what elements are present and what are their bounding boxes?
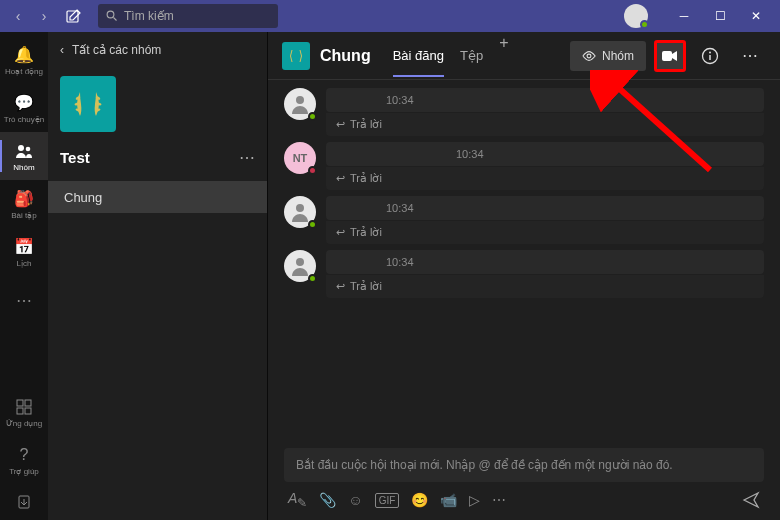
svg-point-20 (709, 51, 711, 53)
video-icon (661, 47, 679, 65)
reply-button[interactable]: ↩Trả lời (326, 221, 764, 244)
team-avatar[interactable] (60, 76, 116, 132)
team-name: Test (60, 149, 90, 166)
post-time: 10:34 (386, 94, 414, 106)
post-bubble: 10:34 (326, 196, 764, 220)
reply-icon: ↩ (336, 118, 345, 131)
svg-rect-18 (662, 51, 672, 61)
svg-rect-6 (25, 400, 31, 406)
download-icon (14, 492, 34, 512)
channel-info-button[interactable] (694, 40, 726, 72)
calendar-icon: 📅 (14, 237, 34, 257)
reply-button[interactable]: ↩Trả lời (326, 167, 764, 190)
nav-forward-button[interactable]: › (32, 4, 56, 28)
search-input[interactable]: Tìm kiếm (98, 4, 278, 28)
channel-avatar (282, 42, 310, 70)
svg-point-4 (26, 146, 31, 151)
team-more-button[interactable]: ⋯ (239, 148, 255, 167)
post-item: 10:34↩Trả lời (284, 88, 764, 136)
post-time: 10:34 (386, 202, 414, 214)
info-icon (701, 47, 719, 65)
svg-rect-5 (17, 400, 23, 406)
teams-sidebar: ‹ Tất cả các nhóm Test ⋯ (48, 32, 268, 520)
channel-more-button[interactable]: ⋯ (734, 40, 766, 72)
post-bubble: 10:34 (326, 142, 764, 166)
post-bubble: 10:34 (326, 250, 764, 274)
minimize-button[interactable]: ─ (666, 0, 702, 32)
attach-button[interactable]: 📎 (319, 492, 336, 508)
rail-calendar[interactable]: 📅 Lịch (0, 228, 48, 276)
chat-icon: 💬 (14, 93, 34, 113)
svg-point-1 (107, 11, 114, 18)
back-all-teams[interactable]: ‹ Tất cả các nhóm (48, 32, 267, 68)
post-avatar[interactable] (284, 196, 316, 228)
rail-apps[interactable]: Ứng dụng (0, 388, 48, 436)
svg-rect-7 (17, 408, 23, 414)
stream-button[interactable]: ▷ (469, 492, 480, 508)
apps-icon (14, 397, 34, 417)
reply-icon: ↩ (336, 226, 345, 239)
close-button[interactable]: ✕ (738, 0, 774, 32)
post-time: 10:34 (456, 148, 484, 160)
rail-help[interactable]: ? Trợ giúp (0, 436, 48, 484)
post-item: NT10:34↩Trả lời (284, 142, 764, 190)
post-avatar[interactable]: NT (284, 142, 316, 174)
team-visibility-button[interactable]: Nhóm (570, 41, 646, 71)
post-avatar[interactable] (284, 88, 316, 120)
post-avatar[interactable] (284, 250, 316, 282)
compose-input[interactable]: Bắt đầu cuộc hội thoại mới. Nhập @ để đề… (284, 448, 764, 482)
new-message-button[interactable] (62, 4, 86, 28)
rail-chat[interactable]: 💬 Trò chuyện (0, 84, 48, 132)
search-icon (106, 10, 118, 22)
svg-rect-8 (25, 408, 31, 414)
teams-icon (14, 141, 34, 161)
more-apps-button[interactable]: ⋯ (492, 492, 506, 508)
help-icon: ? (14, 445, 34, 465)
svg-line-2 (114, 18, 117, 21)
post-bubble: 10:34 (326, 88, 764, 112)
reply-icon: ↩ (336, 172, 345, 185)
titlebar: ‹ › Tìm kiếm ─ ☐ ✕ (0, 0, 780, 32)
svg-point-22 (296, 96, 304, 104)
rail-download[interactable] (0, 484, 48, 520)
tab-files[interactable]: Tệp (460, 34, 483, 77)
rail-teams[interactable]: Nhóm (0, 132, 48, 180)
channel-title: Chung (320, 47, 371, 65)
channel-header: Chung Bài đăng Tệp + Nhóm ⋯ (268, 32, 780, 80)
rail-activity[interactable]: 🔔 Hoạt động (0, 36, 48, 84)
app-rail: 🔔 Hoạt động 💬 Trò chuyện Nhóm 🎒 Bài tập … (0, 32, 48, 520)
main-pane: Chung Bài đăng Tệp + Nhóm ⋯ 10:34 (268, 32, 780, 520)
svg-point-23 (296, 204, 304, 212)
svg-point-17 (587, 54, 591, 58)
send-button[interactable] (742, 491, 760, 509)
meet-now-button[interactable] (654, 40, 686, 72)
chevron-left-icon: ‹ (60, 43, 64, 57)
reply-button[interactable]: ↩Trả lời (326, 275, 764, 298)
post-item: 10:34↩Trả lời (284, 196, 764, 244)
reply-button[interactable]: ↩Trả lời (326, 113, 764, 136)
emoji-button[interactable]: ☺ (348, 492, 362, 508)
user-avatar[interactable] (624, 4, 648, 28)
post-item: 10:34↩Trả lời (284, 250, 764, 298)
rail-assignments[interactable]: 🎒 Bài tập (0, 180, 48, 228)
channel-item[interactable]: Chung (48, 181, 267, 213)
tab-posts[interactable]: Bài đăng (393, 34, 444, 77)
bell-icon: 🔔 (14, 45, 34, 65)
assignments-icon: 🎒 (14, 189, 34, 209)
laurel-icon (68, 84, 108, 124)
sticker-button[interactable]: 😊 (411, 492, 428, 508)
eye-icon (582, 49, 596, 63)
svg-point-24 (296, 258, 304, 266)
maximize-button[interactable]: ☐ (702, 0, 738, 32)
post-time: 10:34 (386, 256, 414, 268)
add-tab-button[interactable]: + (499, 34, 508, 77)
composer: Bắt đầu cuộc hội thoại mới. Nhập @ để đề… (284, 448, 764, 510)
meeting-button[interactable]: 📹 (440, 492, 457, 508)
svg-point-3 (18, 145, 24, 151)
reply-icon: ↩ (336, 280, 345, 293)
search-placeholder: Tìm kiếm (124, 9, 174, 23)
gif-button[interactable]: GIF (375, 493, 400, 508)
format-button[interactable]: A✎ (288, 490, 307, 510)
rail-more[interactable]: ⋯ (0, 276, 48, 324)
nav-back-button[interactable]: ‹ (6, 4, 30, 28)
